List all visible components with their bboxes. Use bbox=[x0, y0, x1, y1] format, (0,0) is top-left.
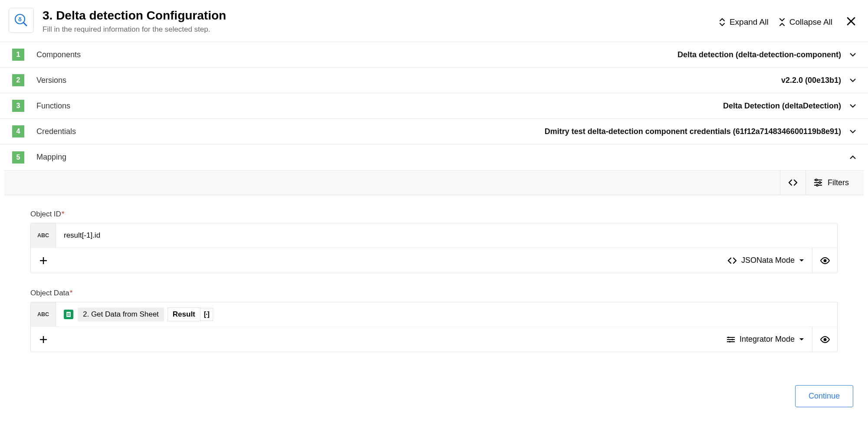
section-label: Components bbox=[36, 50, 81, 59]
mode-label: JSONata Mode bbox=[741, 256, 795, 265]
chevron-down-icon bbox=[849, 51, 857, 59]
section-value: Delta detection (delta-detection-compone… bbox=[677, 50, 841, 59]
filters-icon bbox=[814, 179, 822, 186]
required-mark: * bbox=[62, 210, 65, 218]
object-data-footer: Integrator Mode bbox=[31, 327, 837, 352]
svg-point-26 bbox=[823, 338, 826, 341]
sheets-icon bbox=[64, 310, 73, 319]
collapse-all-label: Collapse All bbox=[789, 17, 832, 27]
chip-bracket: [·] bbox=[201, 308, 213, 321]
section-components[interactable]: 1 Components Delta detection (delta-dete… bbox=[0, 42, 868, 68]
mapping-body: Object ID* ABC result[-1].id JSONata Mod… bbox=[0, 195, 868, 376]
expand-all-label: Expand All bbox=[730, 17, 769, 27]
step-number: 1 bbox=[12, 49, 24, 61]
section-label: Mapping bbox=[36, 153, 66, 162]
header-text: 3. Delta detection Configuration Fill in… bbox=[43, 8, 718, 34]
svg-point-13 bbox=[823, 259, 826, 262]
step-number: 2 bbox=[12, 74, 24, 86]
svg-text:δ: δ bbox=[18, 16, 22, 23]
step-number: 4 bbox=[12, 125, 24, 137]
section-value: Delta Detection (deltaDetection) bbox=[723, 101, 841, 111]
eye-icon bbox=[820, 336, 830, 343]
svg-point-10 bbox=[816, 184, 818, 186]
collapse-icon bbox=[778, 18, 786, 26]
required-mark: * bbox=[70, 289, 73, 297]
section-functions[interactable]: 3 Functions Delta Detection (deltaDetect… bbox=[0, 93, 868, 119]
object-id-footer: JSONata Mode bbox=[31, 248, 837, 273]
object-id-field: ABC result[-1].id JSONata Mode bbox=[30, 223, 838, 273]
footer-bar: Continue bbox=[0, 376, 868, 418]
continue-button[interactable]: Continue bbox=[795, 385, 853, 407]
section-value: v2.2.0 (00e13b1) bbox=[781, 76, 841, 85]
add-button[interactable] bbox=[31, 248, 56, 273]
object-id-label: Object ID* bbox=[30, 210, 838, 219]
section-credentials[interactable]: 4 Credentials Dmitry test delta-detectio… bbox=[0, 119, 868, 144]
code-icon bbox=[788, 179, 798, 186]
filters-label: Filters bbox=[828, 178, 849, 187]
expand-all-button[interactable]: Expand All bbox=[718, 17, 769, 27]
svg-point-6 bbox=[815, 179, 817, 181]
page-subtitle: Fill in the required information for the… bbox=[43, 25, 718, 34]
jsonata-mode-selector[interactable]: JSONata Mode bbox=[719, 248, 812, 273]
object-id-input-row: ABC result[-1].id bbox=[31, 223, 837, 248]
integrator-mode-selector[interactable]: Integrator Mode bbox=[718, 327, 812, 352]
object-data-label: Object Data* bbox=[30, 289, 838, 298]
code-icon bbox=[727, 257, 737, 265]
section-label: Versions bbox=[36, 76, 66, 85]
object-data-input-row: ABC 2. Get Data from Sheet Result [·] bbox=[31, 302, 837, 327]
mode-label: Integrator Mode bbox=[740, 335, 795, 344]
panel-header: δ 3. Delta detection Configuration Fill … bbox=[0, 0, 868, 42]
eye-icon bbox=[820, 257, 830, 265]
step-number: 5 bbox=[12, 151, 24, 163]
svg-rect-15 bbox=[67, 313, 70, 314]
add-button[interactable] bbox=[31, 327, 56, 352]
caret-down-icon bbox=[799, 338, 804, 341]
preview-button[interactable] bbox=[812, 327, 837, 352]
chevron-up-icon bbox=[849, 154, 857, 161]
section-versions[interactable]: 2 Versions v2.2.0 (00e13b1) bbox=[0, 68, 868, 93]
type-badge: ABC bbox=[31, 223, 56, 248]
code-view-button[interactable] bbox=[780, 170, 806, 195]
section-label: Functions bbox=[36, 101, 70, 111]
svg-rect-24 bbox=[732, 339, 733, 340]
svg-rect-23 bbox=[728, 337, 729, 338]
object-id-value[interactable]: result[-1].id bbox=[56, 223, 837, 248]
svg-rect-17 bbox=[67, 315, 70, 316]
step-number: 3 bbox=[12, 100, 24, 112]
integrator-icon bbox=[727, 336, 735, 343]
close-button[interactable] bbox=[845, 15, 858, 29]
svg-point-8 bbox=[819, 182, 821, 183]
object-data-value[interactable]: 2. Get Data from Sheet Result [·] bbox=[56, 302, 837, 327]
page-title: 3. Delta detection Configuration bbox=[43, 9, 718, 23]
filters-button[interactable]: Filters bbox=[806, 170, 857, 195]
chevron-down-icon bbox=[849, 76, 857, 84]
delta-detection-icon: δ bbox=[9, 8, 34, 33]
type-badge: ABC bbox=[31, 302, 56, 327]
svg-line-1 bbox=[23, 23, 26, 26]
plus-icon bbox=[39, 256, 48, 265]
close-icon bbox=[846, 16, 856, 26]
section-value: Dmitry test delta-detection component cr… bbox=[545, 127, 841, 136]
data-chip: 2. Get Data from Sheet Result [·] bbox=[64, 307, 213, 321]
collapse-all-button[interactable]: Collapse All bbox=[778, 17, 832, 27]
section-mapping[interactable]: 5 Mapping bbox=[0, 144, 868, 170]
chevron-down-icon bbox=[849, 128, 857, 135]
plus-icon bbox=[39, 335, 48, 344]
mapping-toolbar: Filters bbox=[4, 170, 864, 195]
chip-source: 2. Get Data from Sheet bbox=[78, 307, 164, 321]
header-actions: Expand All Collapse All bbox=[718, 8, 858, 29]
chevron-down-icon bbox=[849, 102, 857, 110]
svg-rect-25 bbox=[729, 341, 730, 342]
caret-down-icon bbox=[799, 259, 804, 262]
object-data-field: ABC 2. Get Data from Sheet Result [·] bbox=[30, 302, 838, 352]
svg-rect-16 bbox=[67, 314, 70, 315]
section-label: Credentials bbox=[36, 127, 76, 136]
preview-button[interactable] bbox=[812, 248, 837, 273]
chip-field: Result bbox=[168, 307, 201, 321]
expand-icon bbox=[718, 18, 726, 26]
